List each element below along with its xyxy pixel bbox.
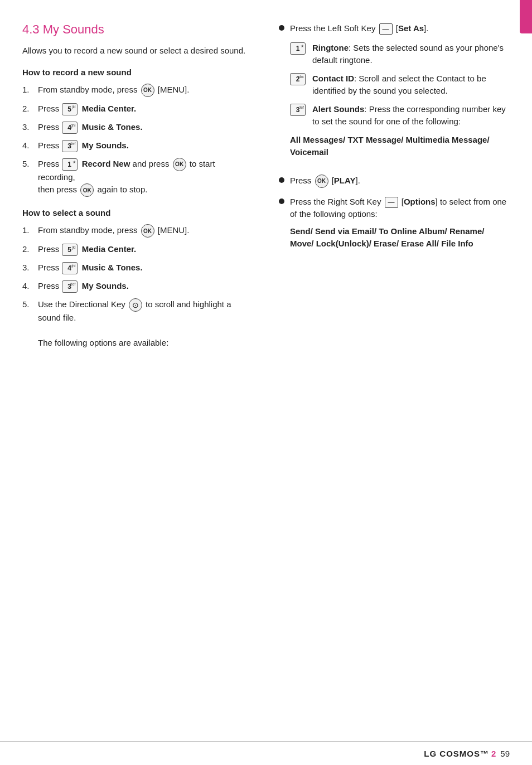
key-4ghi-2: 4ghi bbox=[62, 262, 78, 274]
key-5jkl-2: 5jkl bbox=[62, 244, 78, 256]
record-steps: 1. From standby mode, press OK [MENU]. 2… bbox=[22, 84, 251, 197]
key-2-contactid: 2abc bbox=[290, 73, 306, 85]
page-tab bbox=[520, 0, 532, 33]
bullet-item-options: Press the Right Soft Key — [Options] to … bbox=[279, 196, 510, 250]
sub-option-ringtone: 1★ Ringtone: Sets the selected sound as … bbox=[290, 42, 510, 67]
bullet-dot-1 bbox=[279, 25, 284, 31]
following-options-text: The following options are available: bbox=[38, 338, 168, 347]
footer-page: 59 bbox=[500, 749, 510, 758]
bullet-item-setas: Press the Left Soft Key — [Set As]. 1★ R… bbox=[279, 22, 510, 167]
sub-option-alertsounds: 3def Alert Sounds: Press the correspondi… bbox=[290, 103, 510, 128]
ok-icon-1: OK bbox=[141, 84, 154, 97]
right-column: Press the Left Soft Key — [Set As]. 1★ R… bbox=[268, 22, 510, 719]
select-step-4: 4. Press 3def My Sounds. bbox=[22, 280, 251, 293]
sub-option-contactid: 2abc Contact ID: Scroll and select the C… bbox=[290, 72, 510, 98]
ok-icon-3: OK bbox=[80, 183, 94, 197]
select-step-1: 1. From standby mode, press OK [MENU]. bbox=[22, 224, 251, 238]
key-1star: 1★ bbox=[62, 158, 78, 171]
ok-icon-4: OK bbox=[141, 224, 154, 238]
footer: LG COSMOS™ 2 59 bbox=[0, 741, 532, 765]
select-step-3: 3. Press 4ghi Music & Tones. bbox=[22, 262, 251, 274]
subsection1-title: How to record a new sound bbox=[22, 67, 251, 77]
record-step-4: 4. Press 3def My Sounds. bbox=[22, 139, 251, 152]
bullet-content-3: Press the Right Soft Key — [Options] to … bbox=[290, 196, 510, 250]
key-3-alertsounds: 3def bbox=[290, 104, 306, 116]
ok-icon-2: OK bbox=[173, 158, 186, 171]
record-step-1: 1. From standby mode, press OK [MENU]. bbox=[22, 84, 251, 97]
select-steps: 1. From standby mode, press OK [MENU]. 2… bbox=[22, 224, 251, 350]
key-1-ringtone: 1★ bbox=[290, 42, 306, 55]
key-3def: 3def bbox=[62, 140, 78, 152]
subsection2-title: How to select a sound bbox=[22, 208, 251, 217]
key-5jkl: 5jkl bbox=[62, 103, 78, 115]
all-messages-block: All Messages/ TXT Message/ Multimedia Me… bbox=[290, 134, 510, 159]
record-step-2: 2. Press 5jkl Media Center. bbox=[22, 103, 251, 115]
select-step-5: 5. Use the Directional Key ⊙ to scroll a… bbox=[22, 298, 251, 350]
bullet-content-2: Press OK [PLAY]. bbox=[290, 175, 510, 188]
bullet-content-1: Press the Left Soft Key — [Set As]. 1★ R… bbox=[290, 22, 510, 167]
page-container: 4.3 My Sounds Allows you to record a new… bbox=[0, 0, 532, 765]
footer-model: 2 bbox=[491, 749, 496, 758]
directional-icon: ⊙ bbox=[129, 298, 142, 312]
send-options-block: Send/ Send via Email/ To Online Album/ R… bbox=[290, 225, 510, 250]
footer-brand: LG COSMOS™ bbox=[424, 749, 489, 758]
record-step-3: 3. Press 4ghi Music & Tones. bbox=[22, 121, 251, 134]
section-title: 4.3 My Sounds bbox=[22, 22, 251, 37]
key-3def-2: 3def bbox=[62, 280, 78, 293]
left-column: 4.3 My Sounds Allows you to record a new… bbox=[22, 22, 268, 719]
bullet-item-play: Press OK [PLAY]. bbox=[279, 175, 510, 188]
ok-icon-play: OK bbox=[315, 175, 328, 188]
bullet-dot-3 bbox=[279, 198, 284, 204]
select-step-2: 2. Press 5jkl Media Center. bbox=[22, 243, 251, 256]
content-area: 4.3 My Sounds Allows you to record a new… bbox=[0, 0, 532, 741]
bullet-dot-2 bbox=[279, 177, 284, 183]
intro-text: Allows you to record a new sound or sele… bbox=[22, 45, 251, 57]
record-step-5: 5. Press 1★ Record New and press OK to s… bbox=[22, 158, 251, 197]
left-soft-key-icon: — bbox=[379, 23, 393, 35]
right-soft-key-icon: — bbox=[385, 197, 398, 208]
key-4ghi: 4ghi bbox=[62, 122, 78, 134]
